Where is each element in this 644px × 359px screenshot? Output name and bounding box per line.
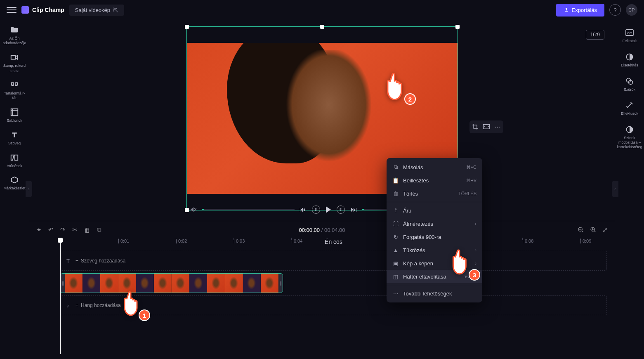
rail-templates-label: Sablonok — [7, 118, 22, 123]
rail-library[interactable]: Tartalomtá r-tár — [2, 78, 27, 103]
rail-media-label: Az Ön adathordozója — [2, 36, 26, 45]
rail-filters[interactable]: Szűrők — [617, 74, 642, 94]
ctx-delete[interactable]: 🗑TörlésTÖRLÉS — [387, 187, 482, 200]
skip-start-icon[interactable]: ⏮ — [300, 206, 306, 213]
app-name: Clip Champ — [32, 7, 64, 13]
playhead[interactable] — [60, 239, 61, 354]
more-icon[interactable]: ⋯ — [494, 123, 501, 131]
ctx-more[interactable]: ⋯További lehetőségek — [387, 287, 482, 300]
preview-area: 16:9 ⋯ — [29, 20, 615, 221]
aspect-ratio-badge[interactable]: 16:9 — [586, 30, 604, 40]
play-icon[interactable] — [326, 206, 331, 213]
rail-colors[interactable]: Színek módosítása – korrekciósréteg — [617, 123, 642, 151]
duplicate-icon[interactable]: ⧉ — [97, 226, 101, 234]
top-bar: Clip Champ Saját videokép Exportálás ? C… — [0, 0, 644, 20]
ruler-tick: | 0:04 — [291, 239, 302, 243]
ruler-tick: | 0:03 — [234, 239, 245, 243]
rail-captions-label: Feliratok — [623, 39, 637, 43]
camera-icon — [10, 53, 19, 62]
clip-handle-right[interactable]: || — [278, 274, 283, 293]
help-icon[interactable]: ? — [609, 4, 621, 16]
rail-transitions-label: Átűnések — [7, 164, 22, 168]
library-icon — [10, 80, 19, 90]
more-icon: ⋯ — [392, 291, 399, 297]
redo-icon[interactable]: ↷ — [60, 226, 66, 234]
clip-handle-left[interactable]: || — [61, 274, 65, 293]
rail-record[interactable]: &amp; rekord create — [2, 50, 27, 76]
rail-captions[interactable]: CC Feliratok — [617, 26, 642, 46]
resize-handle-tm[interactable] — [320, 25, 324, 29]
resize-icon: ⛶ — [392, 221, 399, 227]
folder-icon — [10, 26, 19, 35]
rewind-5-icon[interactable]: 5 — [312, 205, 320, 214]
undo-icon[interactable]: ↶ — [48, 226, 54, 234]
magic-icon[interactable]: ✦ — [36, 226, 42, 234]
crop-icon[interactable] — [472, 123, 479, 130]
skip-end-icon[interactable]: ⏭ — [351, 206, 357, 213]
zoom-in-icon[interactable] — [590, 227, 597, 233]
cc-icon: CC — [625, 28, 634, 37]
progress-bar[interactable] — [202, 209, 295, 210]
delete-icon[interactable]: 🗑 — [84, 227, 90, 234]
rail-media[interactable]: Az Ön adathordozója — [2, 23, 27, 48]
ctx-flip[interactable]: ▲Tükrözés› — [387, 243, 482, 257]
ruler-tick: | 0:02 — [176, 239, 187, 243]
fit-timeline-icon[interactable]: ⤢ — [602, 226, 608, 234]
project-title-text: Saját videokép — [75, 7, 110, 13]
rail-brandkit-label: Márkakészlet — [3, 186, 25, 191]
floating-toolbar: ⋯ — [469, 120, 503, 133]
add-audio-label[interactable]: +Hang hozzáadása — [75, 302, 121, 308]
copy-icon: ⧉ — [392, 164, 399, 170]
resize-handle-tl[interactable] — [185, 25, 189, 29]
rail-fade[interactable]: Elsötétítés — [617, 50, 642, 70]
split-icon[interactable]: ✂ — [72, 226, 78, 234]
left-rail: Az Ön adathordozója &amp; rekord create … — [0, 20, 29, 359]
logo-icon — [21, 6, 29, 14]
ctx-copy[interactable]: ⧉Másolás⌘+C — [387, 161, 482, 174]
ctx-resize[interactable]: ⛶Átméretezés› — [387, 217, 482, 230]
rail-transitions[interactable]: Átűnések — [2, 151, 27, 171]
ctx-crop[interactable]: ⟟Áru — [387, 204, 482, 217]
rotate-icon: ↻ — [392, 234, 399, 240]
timeline-ruler[interactable]: 0 | 0:01 | 0:02 | 0:03 | 0:04 Én cos | 0… — [60, 239, 607, 248]
app-logo[interactable]: Clip Champ — [21, 6, 64, 14]
trash-icon: 🗑 — [392, 191, 399, 197]
rail-effects[interactable]: Effektusok — [617, 98, 642, 118]
add-text-label[interactable]: +Szöveg hozzáadása — [75, 258, 125, 264]
video-track[interactable]: || || — [60, 273, 607, 293]
rail-templates[interactable]: Sablonok — [2, 105, 27, 125]
template-icon — [10, 108, 19, 117]
rail-library-label: Tartalomtá r-tár — [2, 91, 26, 100]
rail-text[interactable]: Szöveg — [2, 128, 27, 148]
crop-icon: ⟟ — [392, 207, 399, 214]
forward-5-icon[interactable]: 5 — [337, 205, 345, 214]
export-button[interactable]: Exportálás — [556, 4, 604, 17]
project-title[interactable]: Saját videokép — [69, 5, 124, 16]
ruler-tick: | 0:01 — [118, 239, 129, 243]
ctx-rotate[interactable]: ↻Forgatás 900-ra — [387, 230, 482, 243]
resize-handle-tr[interactable] — [455, 25, 460, 29]
text-track[interactable]: T +Szöveg hozzáadása — [60, 251, 607, 271]
ctx-pip[interactable]: ▣Kép a képen› — [387, 257, 482, 270]
text-icon — [10, 130, 19, 139]
pip-icon: ▣ — [392, 260, 399, 267]
svg-text:CC: CC — [627, 31, 632, 35]
tracks: T +Szöveg hozzáadása || || ♪ — [29, 248, 615, 315]
hamburger-icon[interactable] — [7, 5, 17, 15]
right-rail-expand[interactable]: ‹ — [612, 181, 618, 197]
ctx-remove-bg[interactable]: ◫Háttér eltávolításareview — [387, 270, 482, 283]
transition-icon — [10, 153, 19, 162]
mute-icon[interactable] — [190, 206, 197, 213]
rail-effects-label: Effektusok — [621, 111, 638, 116]
audio-track[interactable]: ♪ +Hang hozzáadása — [60, 295, 607, 315]
context-menu: ⧉Másolás⌘+C 📋Beillesztés⌘+V 🗑TörlésTÖRLÉ… — [387, 158, 482, 302]
ctx-paste[interactable]: 📋Beillesztés⌘+V — [387, 174, 482, 187]
avatar[interactable]: CP — [626, 4, 637, 16]
video-clip[interactable]: || || — [60, 273, 283, 293]
fit-icon[interactable] — [483, 124, 490, 130]
rail-brandkit[interactable]: Márkakészlet — [2, 173, 27, 193]
zoom-out-icon[interactable] — [578, 227, 584, 233]
flip-icon: ▲ — [392, 247, 399, 253]
text-icon: T — [66, 258, 70, 264]
ruler-center-label: Én cos — [325, 239, 342, 245]
